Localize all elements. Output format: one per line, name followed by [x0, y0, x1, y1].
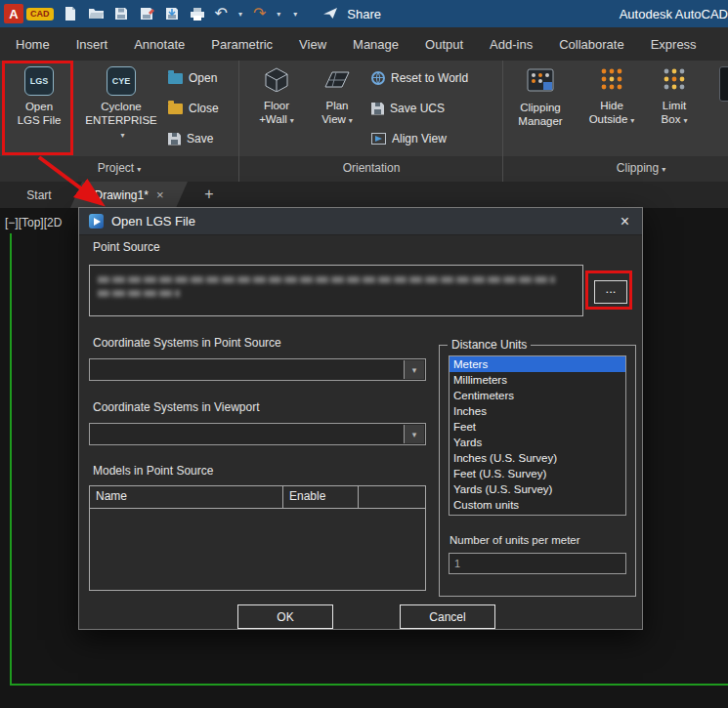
reset-to-world-button[interactable]: Reset to World	[371, 68, 468, 88]
redacted-path-line	[98, 290, 180, 297]
models-table-header: Name Enable	[90, 486, 425, 509]
distance-unit-option[interactable]: Inches	[450, 403, 625, 419]
limit-box-icon	[662, 66, 687, 95]
label-line: Manager	[518, 114, 562, 128]
panel-orientation[interactable]: Orientation	[240, 161, 502, 175]
tab-view[interactable]: View	[299, 37, 326, 52]
tab-annotate[interactable]: Annotate	[134, 37, 185, 52]
undo-dropdown-icon[interactable]	[236, 10, 244, 19]
distance-unit-option[interactable]: Centimeters	[450, 388, 625, 403]
chevron-down-icon[interactable]	[404, 360, 424, 379]
share-icon[interactable]	[321, 6, 338, 22]
chevron-down-icon	[662, 161, 665, 175]
tab-start[interactable]: Start	[8, 182, 70, 208]
tab-collaborate[interactable]: Collaborate	[559, 37, 624, 52]
label-line: Outside	[589, 112, 635, 128]
point-source-field[interactable]	[89, 265, 583, 316]
ucs-axis-vertical	[10, 233, 12, 685]
save-ucs-button[interactable]: Save UCS	[371, 99, 445, 118]
distance-unit-option[interactable]: Inches (U.S. Survey)	[450, 450, 625, 466]
column-enable: Enable	[283, 486, 359, 508]
button-label: Close	[189, 102, 219, 115]
close-icon[interactable]: ×	[621, 214, 642, 229]
tab-output[interactable]: Output	[425, 37, 463, 52]
export-icon[interactable]	[164, 6, 181, 22]
project-open-button[interactable]: Open	[168, 68, 217, 88]
viewport-controls[interactable]: [−][Top][2D	[5, 216, 62, 229]
autocad-menu-logo[interactable]: A CAD	[4, 4, 54, 23]
project-save-button[interactable]: Save	[168, 129, 213, 148]
chevron-down-icon	[120, 127, 124, 143]
limit-box-button[interactable]: Limit Box	[649, 66, 700, 128]
button-label: Save	[187, 132, 213, 146]
cs-viewport-label: Coordinate Systems in Viewport	[93, 400, 260, 414]
panel-project[interactable]: Project	[0, 161, 238, 175]
chevron-down-icon	[683, 112, 687, 128]
label-line: Cyclone	[82, 100, 160, 113]
open-lgs-dialog: Open LGS File × Point Source ... Coordin…	[78, 207, 643, 630]
panel-clipping[interactable]: Clipping	[504, 161, 728, 175]
plot-icon[interactable]	[190, 6, 206, 22]
hide-outside-icon	[599, 66, 624, 95]
project-close-button[interactable]: Close	[168, 99, 219, 118]
tab-insert[interactable]: Insert	[76, 37, 108, 52]
tab-drawing1[interactable]: Drawing1* ×	[70, 182, 188, 208]
chevron-down-icon	[137, 161, 141, 175]
hide-outside-button[interactable]: Hide Outside	[584, 66, 639, 128]
label-line: Clipping	[518, 101, 562, 114]
close-icon[interactable]: ×	[156, 187, 164, 202]
open-folder-icon	[168, 73, 183, 84]
save-icon[interactable]	[113, 6, 130, 22]
distance-unit-option[interactable]: Feet (U.S. Survey)	[450, 466, 625, 481]
distance-unit-option[interactable]: Custom units	[450, 497, 625, 513]
button-label: Cyclone ENTERPRISE	[82, 100, 160, 143]
tab-parametric[interactable]: Parametric	[211, 37, 273, 52]
cs-point-source-combo[interactable]	[89, 358, 426, 381]
plan-view-button[interactable]: Plan View	[311, 66, 364, 128]
distance-unit-option[interactable]: Meters	[450, 356, 625, 372]
ucs-axis-horizontal	[10, 684, 728, 686]
ribbon-truncated-button[interactable]	[713, 66, 728, 102]
redo-dropdown-icon[interactable]	[275, 10, 282, 19]
button-label: Align View	[392, 132, 447, 146]
cancel-button[interactable]: Cancel	[400, 604, 495, 629]
share-label[interactable]: Share	[347, 7, 381, 21]
undo-icon[interactable]: ↶	[215, 6, 228, 21]
chevron-down-icon[interactable]	[404, 425, 424, 443]
align-view-button[interactable]: Align View	[371, 129, 447, 148]
cs-viewport-combo[interactable]	[89, 423, 426, 445]
panel-separator	[502, 61, 503, 182]
floor-wall-button[interactable]: Floor +Wall	[250, 66, 303, 128]
panel-separator	[238, 61, 239, 182]
label-line: Floor	[259, 99, 294, 112]
button-label: Hide Outside	[589, 99, 635, 128]
distance-unit-option[interactable]: Feet	[450, 419, 625, 435]
close-folder-icon	[168, 104, 183, 114]
tab-express[interactable]: Express	[651, 37, 697, 52]
label-line: Plan	[321, 99, 353, 112]
save-as-icon[interactable]	[139, 6, 155, 22]
distance-unit-option[interactable]: Yards	[450, 435, 625, 450]
tab-add-ins[interactable]: Add-ins	[490, 37, 533, 52]
new-file-icon[interactable]	[63, 6, 79, 22]
tab-manage[interactable]: Manage	[353, 37, 399, 52]
tab-home[interactable]: Home	[16, 37, 50, 52]
open-file-icon[interactable]	[88, 6, 105, 22]
globe-icon	[371, 71, 385, 85]
label-line: ENTERPRISE	[82, 113, 160, 143]
distance-unit-option[interactable]: Yards (U.S. Survey)	[450, 481, 625, 497]
file-tab-bar: Start Drawing1* × +	[0, 182, 728, 208]
distance-unit-option[interactable]: Millimeters	[450, 372, 625, 388]
redo-icon[interactable]: ↷	[253, 6, 266, 21]
button-label: Plan View	[321, 99, 353, 128]
dialog-titlebar[interactable]: Open LGS File ×	[79, 208, 642, 235]
new-tab-button[interactable]: +	[199, 185, 219, 204]
distance-units-listbox[interactable]: Meters Millimeters Centimeters Inches Fe…	[449, 355, 626, 516]
ok-button[interactable]: OK	[237, 604, 333, 629]
workspace-dropdown-icon[interactable]	[291, 10, 299, 19]
dialog-title: Open LGS File	[111, 214, 195, 229]
clipping-manager-button[interactable]: Clipping Manager	[510, 66, 571, 128]
units-per-meter-input[interactable]: 1	[449, 553, 626, 574]
models-table-body[interactable]	[90, 509, 425, 591]
cyclone-enterprise-button[interactable]: CYE Cyclone ENTERPRISE	[82, 66, 160, 143]
